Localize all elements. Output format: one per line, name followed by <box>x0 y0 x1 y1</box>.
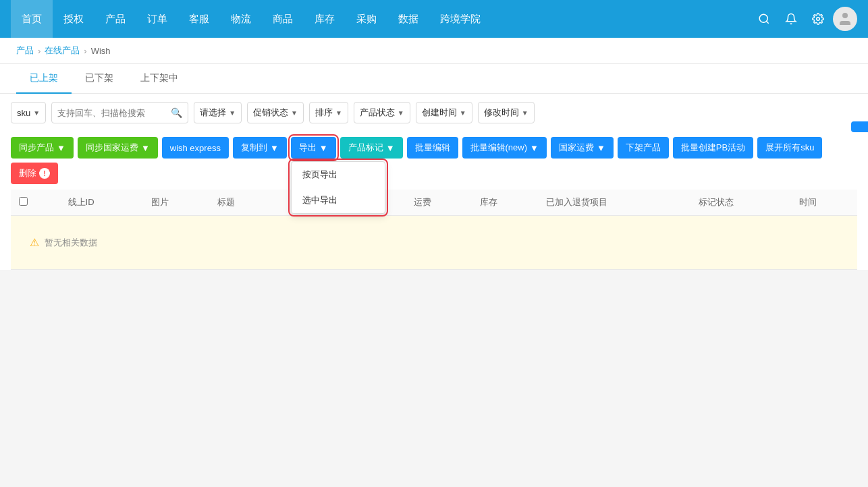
sync-product-btn[interactable]: 同步产品 ▼ <box>11 137 74 159</box>
nav-item-auth[interactable]: 授权 <box>53 0 94 38</box>
nav-item-order[interactable]: 订单 <box>136 0 178 38</box>
expand-sku-btn[interactable]: 展开所有sku <box>757 137 822 159</box>
sku-select[interactable]: sku ▼ <box>11 102 46 123</box>
breadcrumb-product[interactable]: 产品 <box>16 45 34 57</box>
create-time-chevron: ▼ <box>460 109 466 117</box>
export-btn[interactable]: 导出 ▼ <box>291 137 336 159</box>
export-selected[interactable]: 选中导出 <box>292 188 385 213</box>
sync-shipping-arrow: ▼ <box>141 143 150 153</box>
svg-point-3 <box>842 13 848 18</box>
table-header-row: 线上ID 图片 标题 价格 运费 库存 已加入退货项目 标记状态 时间 <box>11 190 857 216</box>
warning-icon: ⚠ <box>30 236 39 249</box>
breadcrumb-sep-2: › <box>84 46 86 56</box>
batch-pb-label: 批量创建PB活动 <box>681 142 745 154</box>
sort-dropdown[interactable]: 排序 ▼ <box>309 102 348 123</box>
action-bar: 同步产品 ▼ 同步国家运费 ▼ wish express 复制到 ▼ 导出 ▼ … <box>0 132 868 190</box>
settings-icon-btn[interactable] <box>806 7 830 31</box>
batch-edit-new-btn[interactable]: 批量编辑(new) ▼ <box>462 137 547 159</box>
svg-point-0 <box>759 14 767 22</box>
main-content: 已上架 已下架 上下架中 sku ▼ 🔍 请选择 ▼ 促销状态 ▼ 排序 ▼ 产… <box>0 64 868 270</box>
sync-shipping-btn[interactable]: 同步国家运费 ▼ <box>78 137 158 159</box>
right-edge-btn[interactable]: 保 <box>851 121 868 132</box>
modify-time-label: 修改时间 <box>484 107 519 119</box>
search-icon-btn[interactable] <box>752 7 776 31</box>
svg-point-2 <box>817 18 820 21</box>
nav-item-cs[interactable]: 客服 <box>178 0 220 38</box>
breadcrumb-online-product[interactable]: 在线产品 <box>45 45 80 57</box>
modify-time-dropdown[interactable]: 修改时间 ▼ <box>478 102 535 123</box>
please-select-dropdown[interactable]: 请选择 ▼ <box>194 102 242 123</box>
sync-product-label: 同步产品 <box>19 142 54 154</box>
nav-item-product[interactable]: 产品 <box>94 0 136 38</box>
breadcrumb-sep-1: › <box>38 46 40 56</box>
nav-item-purchase[interactable]: 采购 <box>346 0 387 38</box>
col-checkbox <box>11 190 60 216</box>
nav-item-academy[interactable]: 跨境学院 <box>429 0 491 38</box>
expand-sku-label: 展开所有sku <box>765 142 814 154</box>
delist-btn[interactable]: 下架产品 <box>618 137 669 159</box>
tab-delisted[interactable]: 已下架 <box>72 64 127 94</box>
delete-label: 删除 <box>19 167 36 179</box>
search-icon[interactable]: 🔍 <box>171 107 182 118</box>
nav-item-inventory[interactable]: 库存 <box>304 0 346 38</box>
search-input[interactable] <box>57 108 171 118</box>
filter-bar: sku ▼ 🔍 请选择 ▼ 促销状态 ▼ 排序 ▼ 产品状态 ▼ 创建时间 ▼ … <box>0 94 868 132</box>
product-tag-btn[interactable]: 产品标记 ▼ <box>340 137 403 159</box>
sort-chevron: ▼ <box>335 109 342 117</box>
sku-select-label: sku <box>17 108 30 118</box>
country-shipping-btn[interactable]: 国家运费 ▼ <box>551 137 614 159</box>
col-title: 标题 <box>209 190 275 216</box>
notification-icon-btn[interactable] <box>779 7 803 31</box>
create-time-dropdown[interactable]: 创建时间 ▼ <box>416 102 472 123</box>
copy-to-btn[interactable]: 复制到 ▼ <box>233 137 287 159</box>
promo-status-chevron: ▼ <box>291 109 298 117</box>
breadcrumb-wish: Wish <box>91 46 111 56</box>
batch-edit-label: 批量编辑 <box>415 142 450 154</box>
copy-to-arrow: ▼ <box>270 143 279 153</box>
tab-listed[interactable]: 已上架 <box>16 64 72 94</box>
col-image: 图片 <box>143 190 209 216</box>
export-dropdown: 按页导出 选中导出 <box>291 161 385 214</box>
modify-time-chevron: ▼ <box>522 109 528 117</box>
batch-pb-btn[interactable]: 批量创建PB活动 <box>673 137 753 159</box>
batch-edit-new-label: 批量编辑(new) <box>470 142 528 154</box>
promo-status-label: 促销状态 <box>253 107 288 119</box>
please-select-label: 请选择 <box>200 107 226 119</box>
wish-express-label: wish express <box>170 143 221 153</box>
nav-item-logistics[interactable]: 物流 <box>220 0 262 38</box>
top-nav: 首页 授权 产品 订单 客服 物流 商品 库存 采购 数据 跨境学院 <box>0 0 868 38</box>
please-select-chevron: ▼ <box>229 109 236 117</box>
export-wrapper: 导出 ▼ 按页导出 选中导出 <box>291 137 336 159</box>
product-status-chevron: ▼ <box>398 109 404 117</box>
export-by-page[interactable]: 按页导出 <box>292 162 385 188</box>
batch-edit-btn[interactable]: 批量编辑 <box>407 137 458 159</box>
empty-state-row: ⚠ 暂无相关数据 <box>11 216 857 270</box>
copy-to-label: 复制到 <box>241 142 267 154</box>
promo-status-dropdown[interactable]: 促销状态 ▼ <box>247 102 304 123</box>
col-time: 时间 <box>791 190 857 216</box>
products-table: 线上ID 图片 标题 价格 运费 库存 已加入退货项目 标记状态 时间 <box>11 190 857 270</box>
sku-select-chevron: ▼ <box>33 109 40 117</box>
delete-icon: ! <box>39 168 50 179</box>
svg-line-1 <box>766 21 768 23</box>
tab-listing[interactable]: 上下架中 <box>127 64 192 94</box>
export-arrow: ▼ <box>319 143 328 153</box>
product-status-dropdown[interactable]: 产品状态 ▼ <box>354 102 410 123</box>
select-all-checkbox[interactable] <box>19 197 28 206</box>
batch-edit-new-arrow: ▼ <box>530 143 539 153</box>
nav-item-goods[interactable]: 商品 <box>262 0 304 38</box>
nav-icons <box>752 7 857 31</box>
export-label: 导出 <box>299 142 317 154</box>
product-tag-label: 产品标记 <box>348 142 383 154</box>
search-box[interactable]: 🔍 <box>51 102 188 123</box>
delete-btn[interactable]: 删除 ! <box>11 163 58 184</box>
empty-state-message: 暂无相关数据 <box>45 237 97 249</box>
delist-label: 下架产品 <box>626 142 661 154</box>
nav-item-home[interactable]: 首页 <box>11 0 53 38</box>
col-online-id: 线上ID <box>60 190 144 216</box>
product-tag-arrow: ▼ <box>386 143 395 153</box>
avatar[interactable] <box>833 7 857 31</box>
nav-item-data[interactable]: 数据 <box>387 0 429 38</box>
wish-express-btn[interactable]: wish express <box>162 137 229 159</box>
tab-bar: 已上架 已下架 上下架中 <box>0 64 868 94</box>
